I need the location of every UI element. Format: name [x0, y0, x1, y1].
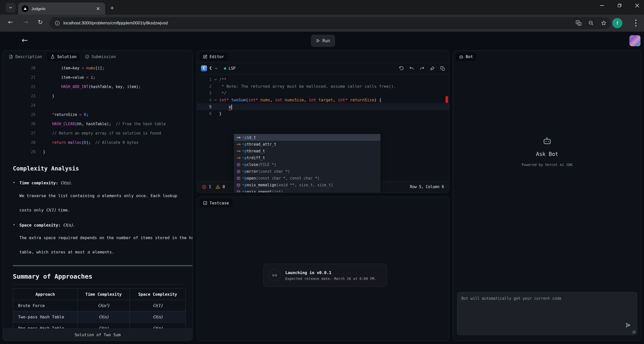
tab-editor[interactable]: Editor	[199, 53, 228, 61]
browser-menu-icon[interactable]	[635, 20, 636, 26]
toast-subtitle: Expected release date: March 16 at 6:00 …	[285, 277, 376, 281]
code-line: 21 item→value = i;	[3, 73, 192, 82]
text-cursor	[231, 105, 232, 110]
complexity-description: We traverse the list containing n elemen…	[19, 192, 192, 200]
bookmark-star-icon[interactable]	[601, 20, 607, 26]
reset-icon[interactable]	[399, 66, 404, 71]
run-button[interactable]: Run	[311, 35, 335, 47]
tab-close-icon[interactable]: ✕	[95, 5, 102, 12]
solution-content[interactable]: 20 item→key = nums[i];21 item→value = i;…	[3, 63, 192, 328]
table-header: Space Complexity	[130, 289, 186, 300]
bot-icon	[542, 136, 552, 146]
send-icon[interactable]	[625, 322, 631, 328]
code-line: 22 HASH_ADD_INT(hashTable, key, item);	[3, 82, 192, 92]
completion-item[interactable]: •pthread_attr_t	[234, 141, 380, 148]
close-icon[interactable]	[635, 2, 639, 10]
completion-item[interactable]: •pthread_t	[234, 148, 380, 154]
tab-bot[interactable]: Bot	[456, 53, 476, 61]
tab-solution[interactable]: Solution	[47, 53, 80, 61]
editor-toolbar: C C LSP	[197, 63, 449, 74]
c-language-icon: C	[201, 65, 207, 71]
bot-icon	[459, 55, 463, 59]
code-editor[interactable]: 1/**2 * Note: The returned array must be…	[197, 74, 449, 181]
ask-bot-title: Ask Bot	[536, 151, 558, 157]
autocomplete-popup: •pid_t•pthread_attr_t•pthread_t•ptrdiff_…	[234, 134, 381, 193]
user-avatar[interactable]	[629, 35, 640, 46]
editor-line[interactable]: 2 * Note: The returned array must be mal…	[197, 83, 449, 90]
language-label: C	[210, 66, 212, 71]
completion-item[interactable]: •posix_openpt(int)	[234, 188, 380, 193]
cursor-position: Row 5, Column 6	[410, 185, 444, 189]
error-count: 1	[209, 185, 211, 189]
typedef-icon	[236, 156, 241, 160]
completion-item[interactable]: •ptrdiff_t	[234, 154, 380, 161]
complexity-description: table, which stores at most n elements.	[19, 248, 192, 256]
completion-item[interactable]: •perror(const char *)	[234, 168, 380, 175]
resize-handle-icon[interactable]	[632, 330, 635, 333]
table-row: Brute ForceO(n²)O(1)	[13, 300, 186, 311]
toast-title: Launching in v0.0.1	[285, 270, 376, 275]
fold-chevron-icon[interactable]	[212, 97, 219, 103]
format-brush-icon[interactable]	[430, 66, 435, 71]
lsp-label: LSP	[229, 66, 235, 71]
summary-heading: Summary of Approaches	[13, 273, 183, 284]
function-icon	[236, 183, 241, 187]
zoom-out-icon[interactable]	[588, 20, 594, 26]
code-line: 25 *returnSize = 0;	[3, 110, 192, 119]
url-bar[interactable]: localhost:3000/problems/cm8pjqdem0001ty8…	[49, 17, 611, 29]
code-line: 27 // Return an empty array if no soluti…	[3, 129, 192, 138]
url-text[interactable]: localhost:3000/problems/cm8pjqdem0001ty8…	[63, 21, 569, 26]
completion-item[interactable]: •posix_memalign(void **, size_t, size_t)	[234, 182, 380, 188]
judge4c-favicon-icon	[22, 5, 28, 12]
function-icon	[236, 169, 241, 174]
complexity-item: •Space complexity: O(n).	[13, 223, 192, 228]
tab-description[interactable]: Description	[5, 53, 46, 61]
minimize-icon[interactable]	[600, 2, 604, 10]
translate-icon[interactable]: GA	[576, 20, 582, 26]
error-icon	[202, 185, 206, 189]
fold-chevron-icon[interactable]	[212, 76, 219, 83]
circle-check-icon	[85, 55, 89, 59]
tab-testcase[interactable]: Testcase	[199, 199, 232, 207]
undo-icon[interactable]	[409, 66, 414, 71]
browser-tab[interactable]: Judge4c ✕	[18, 3, 105, 15]
completion-item[interactable]: •pid_t	[234, 134, 380, 141]
chevron-down-icon[interactable]	[214, 67, 218, 70]
forward-icon[interactable]: →	[23, 19, 28, 26]
window-controls	[600, 2, 639, 10]
complexity-description: costs only O(1) time.	[19, 206, 192, 214]
editor-line[interactable]: 5 p	[197, 103, 449, 110]
problem-panel: Description Solution Submission 20 item→…	[3, 50, 193, 341]
table-row: Two-pass Hash TableO(n)O(n)	[13, 311, 186, 323]
completion-item[interactable]: •popen(const char *, const char *)	[234, 175, 380, 182]
tab-search-button[interactable]	[6, 3, 16, 12]
divider	[13, 265, 192, 266]
warning-count: 0	[223, 185, 225, 189]
tab-submission[interactable]: Submission	[82, 53, 119, 61]
warning-icon	[216, 185, 220, 189]
editor-line[interactable]: 1/**	[197, 76, 449, 83]
typedef-icon	[236, 142, 241, 146]
back-icon[interactable]: ←	[8, 19, 13, 26]
code-line: 20 item→key = nums[i];	[3, 64, 192, 73]
completion-item[interactable]: •pclose(FILE *)	[234, 161, 380, 168]
browser-toolbar: ← → ↻ localhost:3000/problems/cm8pjqdem0…	[0, 15, 644, 32]
editor-line[interactable]: 3 */	[197, 90, 449, 97]
square-check-icon	[203, 201, 207, 205]
app-back-button[interactable]: ←	[22, 36, 28, 45]
copy-icon[interactable]	[440, 66, 445, 71]
redo-icon[interactable]	[420, 66, 424, 71]
bot-message-input[interactable]: Bot will automatically get your current …	[457, 292, 637, 335]
play-icon	[316, 39, 320, 43]
solution-code-block: 20 item→key = nums[i];21 item→value = i;…	[3, 63, 192, 159]
new-tab-button[interactable]: +	[110, 4, 114, 12]
site-info-icon[interactable]	[55, 21, 60, 26]
solution-footer: Solution of Two Sum	[3, 328, 192, 341]
reload-icon[interactable]: ↻	[38, 19, 43, 26]
editor-line[interactable]: 4int* twoSum(int* nums, int numsSize, in…	[197, 97, 449, 103]
editor-line[interactable]: 6}	[197, 110, 449, 117]
function-icon	[236, 163, 241, 167]
table-header: Time Complexity	[77, 289, 130, 300]
restore-icon[interactable]	[617, 2, 622, 10]
browser-profile-avatar[interactable]: f	[612, 18, 622, 28]
